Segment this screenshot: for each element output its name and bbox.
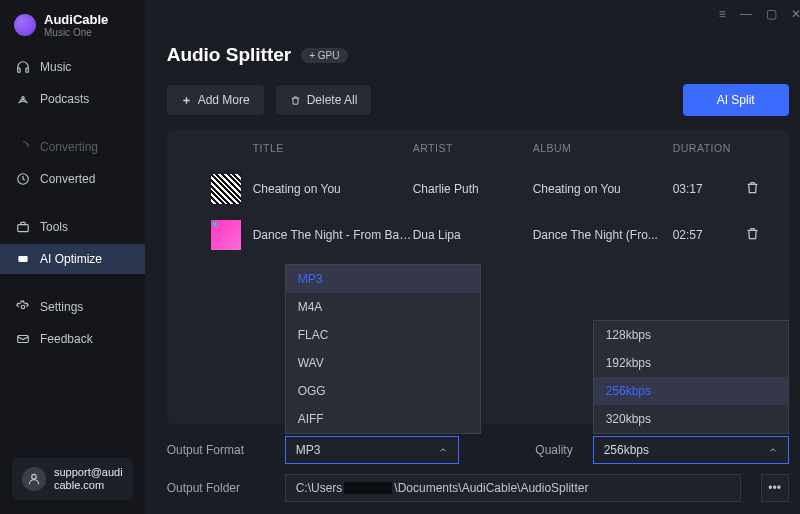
cell-artist: Dua Lipa <box>413 228 533 242</box>
col-artist: ARTIST <box>413 142 533 154</box>
table-row[interactable]: Dance The Night - From Barb... Dua Lipa … <box>167 212 789 258</box>
user-icon <box>22 467 46 491</box>
minimize-icon[interactable]: — <box>740 7 752 21</box>
browse-folder-button[interactable]: ••• <box>761 474 789 502</box>
footer: Output Format MP3 M4A FLAC WAV OGG AIFF … <box>167 436 789 502</box>
nav-label: Tools <box>40 220 68 234</box>
format-value: MP3 <box>296 443 321 457</box>
podcast-icon <box>16 92 30 106</box>
format-option[interactable]: WAV <box>286 349 480 377</box>
nav-podcasts[interactable]: Podcasts <box>0 84 145 114</box>
titlebar: ≡ — ▢ ✕ <box>145 0 800 28</box>
clock-icon <box>16 172 30 186</box>
quality-value: 256kbps <box>604 443 649 457</box>
output-folder-row: Output Folder C:\Users\Documents\AudiCab… <box>167 474 789 502</box>
nav-tools[interactable]: Tools <box>0 212 145 242</box>
output-folder-field[interactable]: C:\Users\Documents\AudiCable\AudioSplitt… <box>285 474 741 502</box>
cell-title: Cheating on You <box>253 182 413 196</box>
page-title: Audio Splitter <box>167 44 292 66</box>
format-select-box[interactable]: MP3 <box>285 436 459 464</box>
delete-all-label: Delete All <box>307 93 358 107</box>
quality-option[interactable]: 320kbps <box>594 405 788 433</box>
quality-select-box[interactable]: 256kbps <box>593 436 789 464</box>
nav-converted[interactable]: Converted <box>0 164 145 194</box>
support-pill[interactable]: support@audi cable.com <box>12 458 133 500</box>
trash-icon <box>745 226 760 241</box>
cell-album: Dance The Night (Fro... <box>533 228 673 242</box>
cover-art <box>211 174 241 204</box>
ai-split-button[interactable]: AI Split <box>683 84 789 116</box>
sidebar: AudiCable Music One Music Podcasts Conve… <box>0 0 145 514</box>
svg-rect-5 <box>18 256 27 262</box>
format-option[interactable]: FLAC <box>286 321 480 349</box>
cover-art <box>211 220 241 250</box>
support-line1: support@audi <box>54 466 123 479</box>
nav-label: Music <box>40 60 71 74</box>
nav-label: Converted <box>40 172 95 186</box>
gpu-badge: + GPU <box>301 48 347 63</box>
cell-artist: Charlie Puth <box>413 182 533 196</box>
header-row: Audio Splitter + GPU <box>167 44 789 66</box>
nav-label: Settings <box>40 300 83 314</box>
quality-option[interactable]: 192kbps <box>594 349 788 377</box>
delete-row-button[interactable] <box>745 226 781 244</box>
trash-icon <box>290 95 301 106</box>
close-icon[interactable]: ✕ <box>791 7 800 21</box>
col-duration: DURATION <box>673 142 745 154</box>
table-row[interactable]: Cheating on You Charlie Puth Cheating on… <box>167 166 789 212</box>
folder-prefix: C:\Users <box>296 481 343 495</box>
col-title: TITLE <box>253 142 413 154</box>
quality-dropdown: 128kbps 192kbps 256kbps 320kbps <box>593 320 789 434</box>
chevron-up-icon <box>768 445 778 455</box>
maximize-icon[interactable]: ▢ <box>766 7 777 21</box>
nav: Music Podcasts Converting Converted Tool… <box>0 52 145 458</box>
quality-option[interactable]: 256kbps <box>594 377 788 405</box>
chevron-up-icon <box>438 445 448 455</box>
svg-rect-1 <box>26 68 28 72</box>
quality-option[interactable]: 128kbps <box>594 321 788 349</box>
ai-split-label: AI Split <box>717 93 755 107</box>
svg-rect-0 <box>18 68 20 72</box>
nav-label: AI Optimize <box>40 252 102 266</box>
format-option[interactable]: AIFF <box>286 405 480 433</box>
brand: AudiCable Music One <box>0 12 145 52</box>
nav-feedback[interactable]: Feedback <box>0 324 145 354</box>
svg-point-6 <box>21 305 25 309</box>
content: Audio Splitter + GPU Add More Delete All… <box>145 28 800 514</box>
format-option[interactable]: MP3 <box>286 265 480 293</box>
add-more-button[interactable]: Add More <box>167 85 264 115</box>
folder-suffix: \Documents\AudiCable\AudioSplitter <box>394 481 588 495</box>
brand-subtitle: Music One <box>44 27 108 38</box>
output-folder-label: Output Folder <box>167 481 265 495</box>
add-more-label: Add More <box>198 93 250 107</box>
cell-album: Cheating on You <box>533 182 673 196</box>
brand-icon <box>14 14 36 36</box>
menu-icon[interactable]: ≡ <box>719 7 726 21</box>
output-format-select[interactable]: MP3 M4A FLAC WAV OGG AIFF MP3 <box>285 436 459 464</box>
gear-icon <box>16 300 30 314</box>
quality-select[interactable]: 128kbps 192kbps 256kbps 320kbps 256kbps <box>593 436 789 464</box>
ai-icon <box>16 252 30 266</box>
nav-label: Converting <box>40 140 98 154</box>
svg-point-8 <box>32 474 37 479</box>
trash-icon <box>745 180 760 195</box>
cell-duration: 02:57 <box>673 228 745 242</box>
plus-icon <box>181 95 192 106</box>
delete-row-button[interactable] <box>745 180 781 198</box>
redacted-segment <box>344 482 392 494</box>
nav-settings[interactable]: Settings <box>0 292 145 322</box>
cell-title: Dance The Night - From Barb... <box>253 228 413 242</box>
col-album: ALBUM <box>533 142 673 154</box>
app-root: AudiCable Music One Music Podcasts Conve… <box>0 0 800 514</box>
nav-converting[interactable]: Converting <box>0 132 145 162</box>
nav-ai-optimize[interactable]: AI Optimize <box>0 244 145 274</box>
svg-rect-4 <box>18 225 29 232</box>
cell-duration: 03:17 <box>673 182 745 196</box>
nav-music[interactable]: Music <box>0 52 145 82</box>
format-option[interactable]: M4A <box>286 293 480 321</box>
delete-all-button[interactable]: Delete All <box>276 85 372 115</box>
brand-text: AudiCable Music One <box>44 12 108 38</box>
support-line2: cable.com <box>54 479 123 492</box>
headphones-icon <box>16 60 30 74</box>
format-option[interactable]: OGG <box>286 377 480 405</box>
